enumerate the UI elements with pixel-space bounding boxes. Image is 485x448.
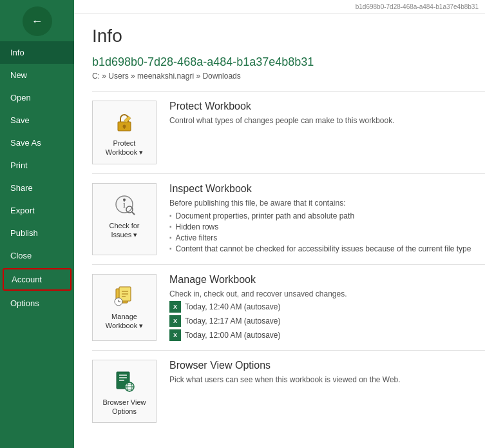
check-for-issues-icon-label: Check forIssues ▾ — [109, 221, 139, 240]
inspect-workbook-content: Inspect Workbook Before publishing this … — [169, 183, 485, 255]
list-item: Hidden rows — [169, 222, 472, 231]
autosave-item-2[interactable]: X Today, 12:17 AM (autosave) — [169, 315, 472, 327]
inspect-icon: i — [111, 191, 137, 217]
autosave-item-3[interactable]: X Today, 12:00 AM (autosave) — [169, 329, 472, 341]
browser-view-icon-label: Browser ViewOptions — [102, 398, 146, 416]
lock-icon — [111, 109, 137, 135]
autosave-label-3: Today, 12:00 AM (autosave) — [185, 331, 281, 340]
page-title: Info — [74, 14, 485, 50]
sidebar-item-label: Open — [10, 93, 31, 102]
browser-view-button[interactable]: Browser ViewOptions — [92, 360, 157, 424]
protect-workbook-content: Protect Workbook Control what types of c… — [169, 101, 485, 164]
sidebar-item-label: Export — [10, 206, 35, 215]
top-bar: b1d698b0-7d28-468a-a484-b1a37e4b8b31 — [74, 0, 485, 14]
sidebar-item-label: Publish — [10, 228, 38, 238]
excel-icon: X — [169, 329, 181, 341]
manage-workbook-icon-label: ManageWorkbook ▾ — [106, 312, 143, 331]
sidebar-item-export[interactable]: Export — [0, 199, 74, 222]
manage-workbook-desc: Check in, check out, and recover unsaved… — [169, 289, 472, 298]
browser-view-icon — [111, 368, 137, 394]
file-path: C: » Users » meenakshi.nagri » Downloads — [92, 72, 467, 81]
sidebar-item-new[interactable]: New — [0, 64, 74, 86]
sidebar-item-label: Info — [10, 48, 24, 57]
protect-workbook-icon-label: ProtectWorkbook ▾ — [106, 139, 143, 157]
sidebar-item-label: Save — [10, 115, 30, 125]
browser-view-content: Browser View Options Pick what users can… — [169, 360, 485, 424]
browser-view-title: Browser View Options — [169, 360, 472, 371]
sidebar-item-publish[interactable]: Publish — [0, 222, 74, 244]
list-item: Document properties, printer path and ab… — [169, 211, 472, 220]
list-item: Active filters — [169, 233, 472, 242]
protect-workbook-button[interactable]: ProtectWorkbook ▾ — [92, 101, 157, 164]
sidebar: ← Info New Open Save Save As Print Share… — [0, 0, 74, 448]
svg-text:i: i — [123, 200, 126, 209]
sidebar-item-close[interactable]: Close — [0, 244, 74, 267]
sidebar-item-save[interactable]: Save — [0, 109, 74, 131]
file-title[interactable]: b1d698b0-7d28-468a-a484-b1a37e4b8b31 — [92, 55, 467, 69]
back-button[interactable]: ← — [23, 6, 52, 36]
sidebar-item-save-as[interactable]: Save As — [0, 131, 74, 154]
browser-view-desc: Pick what users can see when this workbo… — [169, 375, 472, 384]
sidebar-item-account[interactable]: Account — [3, 268, 71, 291]
svg-rect-2 — [124, 126, 125, 129]
excel-icon: X — [169, 315, 181, 327]
svg-rect-18 — [119, 375, 127, 376]
sidebar-item-label: Print — [10, 161, 28, 170]
manage-workbook-button[interactable]: ManageWorkbook ▾ — [92, 274, 157, 341]
manage-workbook-title: Manage Workbook — [169, 274, 472, 286]
inspect-workbook-list: Document properties, printer path and ab… — [169, 211, 472, 253]
protect-workbook-desc: Control what types of changes people can… — [169, 116, 472, 125]
sidebar-item-info[interactable]: Info — [0, 41, 74, 64]
list-item: Content that cannot be checked for acces… — [169, 244, 472, 253]
sidebar-item-share[interactable]: Share — [0, 177, 74, 199]
sidebar-item-label: Save As — [10, 138, 41, 148]
sidebar-item-label: Close — [10, 251, 32, 260]
manage-icon — [111, 282, 137, 308]
inspect-workbook-desc: Before publishing this file, be aware th… — [169, 199, 472, 208]
protect-workbook-card: ProtectWorkbook ▾ Protect Workbook Contr… — [92, 91, 485, 173]
sidebar-item-label: Share — [10, 183, 33, 193]
file-path-section: b1d698b0-7d28-468a-a484-b1a37e4b8b31 C: … — [74, 50, 485, 91]
inspect-workbook-card: i Check forIssues ▾ Inspect Workbook Bef… — [92, 173, 485, 264]
sidebar-item-options[interactable]: Options — [0, 292, 74, 315]
autosave-label-1: Today, 12:40 AM (autosave) — [185, 302, 281, 311]
check-for-issues-button[interactable]: i Check forIssues ▾ — [92, 183, 157, 255]
svg-line-8 — [132, 212, 135, 215]
svg-rect-20 — [119, 380, 124, 381]
sidebar-item-print[interactable]: Print — [0, 154, 74, 177]
excel-icon: X — [169, 301, 181, 313]
svg-rect-19 — [119, 377, 127, 378]
sidebar-item-open[interactable]: Open — [0, 86, 74, 109]
back-arrow-icon: ← — [32, 15, 43, 28]
svg-point-6 — [123, 199, 126, 201]
sidebar-item-label: New — [10, 70, 27, 80]
autosave-label-2: Today, 12:17 AM (autosave) — [185, 317, 281, 326]
autosave-item-1[interactable]: X Today, 12:40 AM (autosave) — [169, 301, 472, 313]
sidebar-item-label: Account — [12, 275, 42, 284]
main-content: b1d698b0-7d28-468a-a484-b1a37e4b8b31 Inf… — [74, 0, 485, 448]
inspect-workbook-title: Inspect Workbook — [169, 183, 472, 195]
browser-view-card: Browser ViewOptions Browser View Options… — [92, 350, 485, 433]
protect-workbook-title: Protect Workbook — [169, 101, 472, 112]
manage-workbook-content: Manage Workbook Check in, check out, and… — [169, 274, 485, 341]
sidebar-item-label: Options — [10, 298, 39, 308]
manage-workbook-card: ManageWorkbook ▾ Manage Workbook Check i… — [92, 264, 485, 350]
file-id-topbar: b1d698b0-7d28-468a-a484-b1a37e4b8b31 — [356, 3, 479, 10]
